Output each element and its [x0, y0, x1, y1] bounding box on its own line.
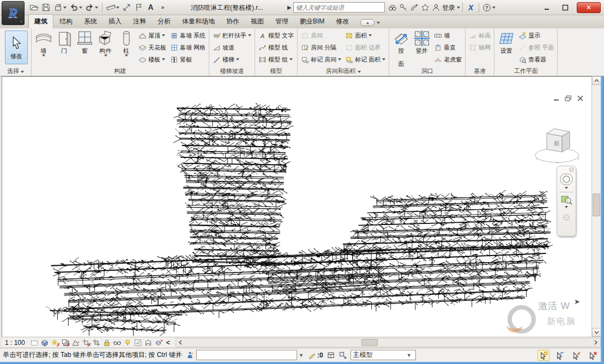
ribbon-button-标记-房间[interactable]: 标记 房间 [299, 53, 343, 65]
save-button[interactable] [40, 2, 52, 14]
ribbon-button-竖井[interactable]: 竖井 [412, 29, 432, 54]
ribbon-button-模型-组[interactable]: 模型 组 [257, 53, 295, 65]
crop-view-icon[interactable]: ✗ [81, 338, 92, 348]
select-panel-label[interactable]: 选择 [0, 67, 31, 76]
ribbon-button-标记-面积[interactable]: 标记 面积 [343, 53, 387, 65]
undo-button[interactable] [68, 2, 83, 14]
ribbon-state-chevron-icon[interactable] [377, 22, 380, 24]
ribbon-button-门[interactable]: 门 [54, 29, 74, 54]
zoom-chevron-icon[interactable] [565, 206, 568, 208]
qat-more-button[interactable]: » [157, 2, 168, 14]
communication-center-icon[interactable] [409, 2, 420, 14]
panel-label-基准[interactable]: 基准 [466, 67, 494, 76]
ribbon-button-老虎窗[interactable]: 老虎窗 [432, 53, 463, 65]
ribbon-button-构件[interactable]: 构件 [95, 29, 116, 57]
ribbon-button-楼板[interactable]: 楼板 [137, 53, 168, 65]
analytical-model-icon[interactable] [143, 338, 154, 348]
ribbon-button-查看器[interactable]: 查看器 [517, 53, 555, 65]
tab-修改[interactable]: 修改 [330, 15, 354, 28]
ribbon-button-墙[interactable]: 墙 [33, 29, 53, 57]
panel-label-房间和面积[interactable]: 房间和面积 [298, 67, 389, 76]
favorites-icon[interactable] [420, 2, 431, 14]
help-button[interactable]: ? [481, 2, 497, 14]
ribbon-button-楼梯[interactable]: 楼梯 [211, 53, 253, 65]
user-icon[interactable] [431, 2, 442, 14]
text-button[interactable]: A [145, 2, 156, 14]
temporary-view-properties-icon[interactable] [133, 338, 143, 348]
view-restore-icon[interactable] [565, 95, 572, 101]
open-button[interactable] [28, 2, 40, 14]
sun-path-icon[interactable]: ✗ [50, 338, 61, 348]
tab-体量和场地[interactable]: 体量和场地 [177, 15, 220, 28]
design-options-icon[interactable] [339, 351, 347, 360]
drawing-area[interactable]: 前 激活 W ➤ 新电脑 [2, 76, 591, 337]
detail-level-icon[interactable] [29, 338, 40, 348]
exchange-apps-button[interactable]: X [465, 2, 476, 14]
render-dialog-icon[interactable] [71, 338, 81, 348]
sync-with-central-button[interactable] [52, 2, 68, 14]
tag-by-category-button[interactable] [133, 2, 144, 14]
modify-button[interactable]: 修改 [5, 31, 28, 64]
zoom-button[interactable] [560, 193, 572, 205]
aligned-dimension-button[interactable] [121, 2, 132, 14]
ribbon-button-按-面[interactable]: 按面 [391, 29, 411, 67]
tab-鹏业BIM[interactable]: 鹏业BIM [294, 15, 330, 28]
horizontal-scroll-thumb[interactable] [361, 339, 378, 346]
tab-建筑[interactable]: 建筑 [28, 14, 53, 28]
minimize-ribbon-button[interactable]: ▲ [360, 19, 375, 26]
scroll-left-button[interactable] [176, 338, 185, 347]
vertical-scrollbar[interactable] [591, 76, 601, 337]
ribbon-button-模型-线[interactable]: 模型 线 [257, 41, 295, 53]
ribbon-button-面积[interactable]: 面积 [343, 29, 387, 41]
navbar-close-icon[interactable] [569, 167, 574, 172]
vertical-scroll-thumb[interactable] [593, 193, 600, 216]
workset-combobox[interactable] [196, 350, 297, 360]
select-pinned-elements-toggle[interactable] [570, 350, 582, 361]
reveal-hidden-elements-icon[interactable] [123, 338, 133, 348]
ribbon-button-设置[interactable]: 设置 [496, 29, 516, 54]
tab-系统[interactable]: 系统 [78, 15, 102, 28]
select-elements-by-face-toggle[interactable] [587, 350, 599, 361]
ribbon-button-幕墙-系统[interactable]: 幕墙 系统 [168, 29, 207, 41]
measure-button[interactable] [105, 2, 120, 14]
tab-分析[interactable]: 分析 [152, 15, 176, 28]
subscription-icon[interactable] [398, 2, 409, 14]
ribbon-button-竖梃[interactable]: 竖梃 [168, 53, 207, 65]
select-links-toggle[interactable] [537, 350, 549, 361]
ribbon-button-垂直[interactable]: 垂直 [432, 41, 463, 53]
panel-label-工作平面[interactable]: 工作平面 [494, 67, 557, 76]
editing-requests-icon[interactable] [309, 351, 317, 359]
steering-wheel-button[interactable] [559, 172, 573, 186]
scroll-up-button[interactable] [592, 76, 601, 85]
workset-chevron-icon[interactable]: ▼ [297, 353, 305, 358]
panel-label-洞口[interactable]: 洞口 [389, 67, 465, 76]
panel-label-楼梯坡道[interactable]: 楼梯坡道 [209, 67, 255, 76]
search-icon[interactable] [387, 2, 398, 14]
application-menu-button[interactable]: R [2, 1, 25, 25]
tab-注释[interactable]: 注释 [128, 15, 152, 28]
horizontal-scrollbar[interactable] [176, 338, 601, 347]
visual-style-icon[interactable] [40, 338, 50, 348]
minimize-button[interactable] [540, 3, 554, 13]
ribbon-button-房间-分隔[interactable]: 房间 分隔 [299, 41, 343, 53]
tab-结构[interactable]: 结构 [54, 15, 78, 28]
view-scale-button[interactable]: 1 : 100 [2, 339, 29, 347]
navbar-collapse-icon[interactable] [563, 214, 570, 221]
scroll-down-button[interactable] [592, 328, 601, 337]
tab-协作[interactable]: 协作 [221, 15, 245, 28]
ribbon-button-模型-文字[interactable]: A模型 文字 [257, 29, 295, 41]
maximize-button[interactable] [558, 3, 572, 13]
crop-region-icon[interactable] [92, 338, 102, 348]
ribbon-button-墙[interactable]: 墙 [432, 29, 463, 41]
ribbon-button-坡道[interactable]: 坡道 [211, 41, 253, 53]
infocenter-expand-icon[interactable]: ▶ [287, 4, 292, 10]
ribbon-button-显示[interactable]: 显示 [517, 29, 555, 41]
locked-3d-view-icon[interactable] [102, 338, 112, 348]
scroll-right-button[interactable] [591, 338, 600, 347]
viewcube[interactable]: 前 [534, 111, 582, 167]
ribbon-button-栏杆扶手[interactable]: 栏杆扶手 [211, 29, 253, 41]
tab-插入[interactable]: 插入 [103, 15, 127, 28]
redo-button[interactable] [84, 2, 99, 14]
login-label[interactable]: 登录 [442, 3, 455, 13]
close-button[interactable]: ✕ [577, 2, 601, 13]
